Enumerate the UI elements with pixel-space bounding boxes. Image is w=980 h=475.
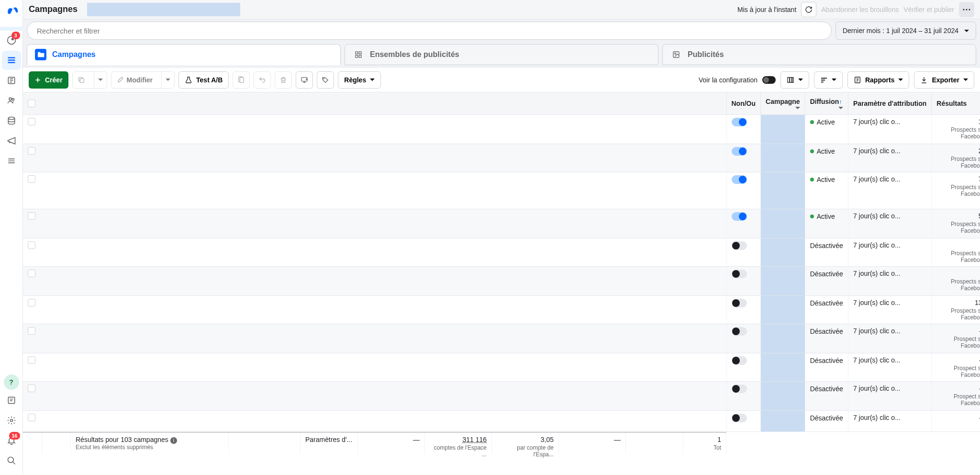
- campaign-name-cell[interactable]: [761, 209, 805, 238]
- row-toggle[interactable]: [732, 356, 747, 365]
- row-checkbox[interactable]: [28, 327, 35, 335]
- table-row[interactable]: Active 7 jour(s) clic o... 56Prospects s…: [23, 209, 980, 238]
- table-row[interactable]: Désactivée 7 jour(s) clic o... —Prospect…: [23, 353, 980, 381]
- breakdown-button[interactable]: [814, 71, 843, 89]
- table-row[interactable]: Désactivée 7 jour(s) clic o... 133Prospe…: [23, 295, 980, 324]
- sidebar-item-audiences[interactable]: [2, 91, 21, 110]
- meta-logo[interactable]: [4, 4, 19, 19]
- review-publish-button: Vérifier et publier: [903, 6, 954, 13]
- info-icon[interactable]: i: [170, 437, 177, 444]
- row-checkbox[interactable]: [28, 414, 35, 421]
- sidebar-item-settings[interactable]: [2, 411, 21, 430]
- table-row[interactable]: Désactivée 7 jour(s) clic o... 8Prospect…: [23, 266, 980, 295]
- campaign-name-cell[interactable]: [761, 238, 805, 266]
- delete-button[interactable]: [275, 71, 292, 89]
- table-row[interactable]: Désactivée 7 jour(s) clic o... —Prospect…: [23, 381, 980, 410]
- duplicate-button[interactable]: [72, 71, 107, 89]
- row-toggle[interactable]: [732, 212, 747, 221]
- col-onoff[interactable]: Non/Ou: [726, 92, 761, 114]
- reports-button[interactable]: Rapports: [847, 71, 909, 89]
- table-row[interactable]: Active 7 jour(s) clic o... 12Prospects s…: [23, 114, 980, 144]
- campaigns-table-container[interactable]: Non/Ou Campagne Diffusion↑ Paramètre d'a…: [23, 92, 980, 475]
- campaign-name-cell[interactable]: [761, 381, 805, 410]
- row-toggle[interactable]: [732, 385, 747, 393]
- export-selected-button[interactable]: [296, 71, 313, 89]
- row-toggle[interactable]: [732, 175, 747, 184]
- attribution-value: 7 jour(s) clic o...: [853, 118, 901, 125]
- col-attribution[interactable]: Paramètre d'attribution: [848, 92, 931, 114]
- campaign-name-cell[interactable]: [761, 353, 805, 381]
- row-toggle[interactable]: [732, 270, 747, 278]
- row-toggle[interactable]: [732, 414, 747, 422]
- campaign-name-cell[interactable]: [761, 295, 805, 324]
- columns-button[interactable]: [780, 71, 809, 89]
- col-results[interactable]: Résultats: [932, 92, 980, 114]
- row-toggle[interactable]: [732, 299, 747, 307]
- campaign-name-cell[interactable]: [761, 114, 805, 144]
- campaign-name-cell[interactable]: [761, 144, 805, 172]
- table-row[interactable]: Désactivée 7 jour(s) clic o... —Prospect…: [23, 324, 980, 353]
- row-checkbox[interactable]: [28, 241, 35, 249]
- status-label: Désactivée: [810, 299, 843, 307]
- campaign-name-cell[interactable]: [761, 172, 805, 209]
- row-checkbox[interactable]: [28, 270, 35, 277]
- sidebar-item-advertise[interactable]: [2, 131, 21, 150]
- row-checkbox[interactable]: [28, 385, 35, 392]
- rules-button[interactable]: Règles: [338, 71, 381, 89]
- more-menu-button[interactable]: [959, 2, 974, 17]
- search-input[interactable]: [27, 22, 832, 40]
- table-row[interactable]: Désactivée 7 jour(s) clic o... — 50,00 €: [23, 410, 980, 431]
- undo-button[interactable]: [254, 71, 271, 89]
- row-toggle[interactable]: [732, 147, 747, 156]
- edit-button[interactable]: Modifier: [111, 71, 175, 89]
- campaign-name-cell[interactable]: [761, 266, 805, 295]
- campaign-name-cell[interactable]: [761, 324, 805, 353]
- table-row[interactable]: Active 7 jour(s) clic o... 22Prospects s…: [23, 144, 980, 172]
- abtest-button[interactable]: Test A/B: [178, 71, 229, 89]
- sidebar-item-notifications[interactable]: 16: [2, 431, 21, 450]
- export-button[interactable]: Exporter: [914, 71, 974, 89]
- row-checkbox[interactable]: [28, 356, 35, 364]
- sidebar-item-help[interactable]: ?: [4, 374, 19, 390]
- account-selector-placeholder[interactable]: [87, 3, 240, 16]
- svg-rect-1: [8, 57, 15, 58]
- table-row[interactable]: Désactivée 7 jour(s) clic o... 6Prospect…: [23, 238, 980, 266]
- refresh-button[interactable]: [801, 2, 816, 17]
- row-checkbox[interactable]: [28, 118, 35, 125]
- sidebar-item-ads-reporting[interactable]: [2, 71, 21, 90]
- tab-adsets[interactable]: Ensembles de publicités: [345, 44, 658, 65]
- chevron-down-icon: [370, 79, 375, 81]
- sidebar-item-search[interactable]: [2, 451, 21, 470]
- row-checkbox[interactable]: [28, 212, 35, 220]
- date-range-selector[interactable]: Dernier mois : 1 juil 2024 – 31 juil 202…: [835, 22, 976, 40]
- create-button[interactable]: Créer: [29, 71, 68, 89]
- col-delivery[interactable]: Diffusion↑: [805, 92, 848, 114]
- sidebar-item-all-tools[interactable]: [2, 151, 21, 170]
- svg-rect-3: [8, 62, 15, 63]
- sidebar-item-overview[interactable]: 3: [2, 31, 21, 50]
- view-config-toggle[interactable]: [762, 76, 776, 84]
- tab-campaigns[interactable]: Campagnes: [27, 44, 341, 65]
- discard-drafts-button: Abandonner les brouillons: [821, 6, 899, 13]
- col-campaign[interactable]: Campagne: [761, 92, 805, 114]
- table-row[interactable]: Active 7 jour(s) clic o... 78Prospects s…: [23, 172, 980, 209]
- results-sub: Prospects sur Facebook: [936, 221, 980, 234]
- sidebar-item-billing[interactable]: [2, 111, 21, 130]
- row-checkbox[interactable]: [28, 147, 35, 155]
- tab-ads[interactable]: Publicités: [662, 44, 976, 65]
- results-sub: Prospects sur Facebook: [936, 184, 980, 197]
- row-toggle[interactable]: [732, 241, 747, 250]
- results-value: 6: [936, 241, 980, 249]
- export-label: Exporter: [932, 76, 959, 84]
- row-checkbox[interactable]: [28, 299, 35, 306]
- chevron-down-icon: [798, 79, 803, 81]
- tag-button[interactable]: [317, 71, 334, 89]
- select-all-checkbox[interactable]: [28, 100, 35, 107]
- row-checkbox[interactable]: [28, 175, 35, 183]
- sidebar-item-campaigns[interactable]: [2, 51, 21, 70]
- row-toggle[interactable]: [732, 118, 747, 126]
- campaign-name-cell[interactable]: [761, 410, 805, 431]
- sidebar-item-resources[interactable]: [2, 391, 21, 410]
- row-toggle[interactable]: [732, 327, 747, 336]
- copy-button[interactable]: [233, 71, 250, 89]
